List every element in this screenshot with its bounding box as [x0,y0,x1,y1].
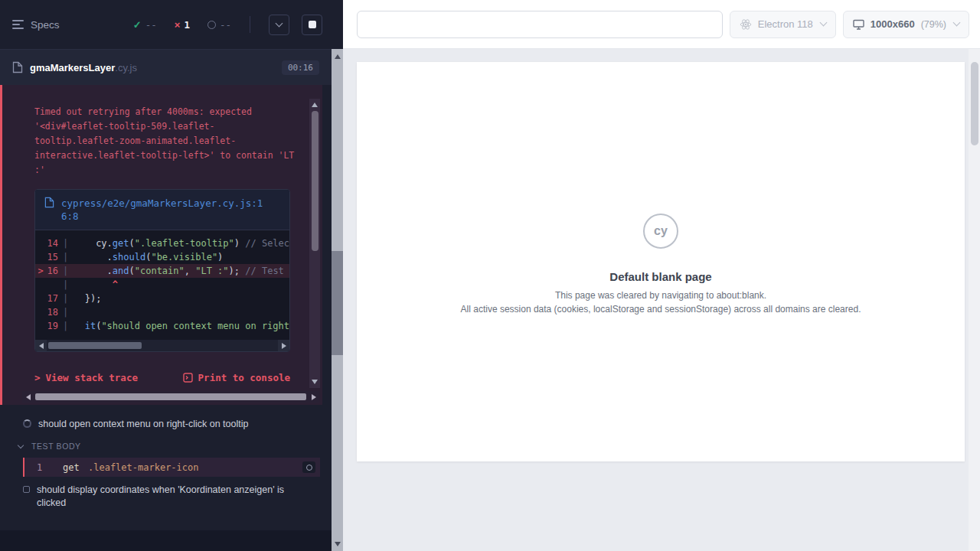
code-line: >16| .and("contain", "LT :"); // Test [35,264,289,278]
code-line: 15| .should("be.visible") [35,250,289,264]
scrollbar-thumb[interactable] [312,111,318,251]
blank-page-line1: This page was cleared by navigating to a… [357,290,965,301]
specs-menu-icon[interactable] [12,20,24,29]
check-icon: ✓ [133,19,142,31]
electron-icon [740,18,752,31]
scrollbar-thumb[interactable] [35,393,306,400]
test-title: should open context menu on right-click … [38,418,248,431]
scroll-down-button[interactable] [309,377,320,387]
reporter-header-corner [332,0,343,49]
scroll-right-button[interactable] [308,391,319,403]
code-block: 14| cy.get(".leaflet-tooltip") // Select… [35,230,289,334]
scrollbar-thumb[interactable] [971,62,978,145]
spinner-icon [306,465,312,471]
scrollbar-thumb[interactable] [48,342,142,349]
spec-title: gmaMarkersLayer.cy.js [30,62,275,73]
view-stack-trace-button[interactable]: > View stack trace [34,372,138,383]
reporter-header: Specs ✓ -- × 1 -- [0,0,332,49]
command-message: .leaflet-marker-icon [88,462,302,473]
blank-page-title: Default blank page [357,270,965,283]
command-spinner-badge [302,461,315,473]
stop-icon [309,21,316,28]
code-line: 17| }); [35,292,289,305]
square-icon [23,486,30,493]
command-number: 1 [37,462,63,473]
chevron-down-icon [819,19,827,27]
aut-scrollbar[interactable] [969,49,980,551]
error-scrollbar-horizontal[interactable] [22,391,319,403]
browser-label: Electron 118 [758,18,813,30]
x-icon: × [175,19,181,31]
code-line: | ^ [35,278,289,292]
scroll-left-button[interactable] [22,391,34,403]
chevron-down-icon [953,19,961,27]
file-icon [44,197,54,208]
specs-title[interactable]: Specs [31,19,60,31]
aut-frame: cy Default blank page This page was clea… [357,62,965,461]
code-scrollbar-horizontal[interactable] [35,340,289,351]
chevron-down-icon [276,19,283,27]
command-row[interactable]: 1 get .leaflet-marker-icon [23,458,320,477]
test-title: should display coordinates when 'Koordin… [37,484,301,510]
terminal-icon [183,373,193,383]
viewport-select[interactable]: 1000x660 (79%) [843,11,969,38]
scroll-left-button[interactable] [35,340,47,351]
error-actions: > View stack trace Print to console [34,372,290,383]
print-to-console-button[interactable]: Print to console [183,372,290,383]
code-line: 18| [35,305,289,319]
stats-pending: -- [207,19,231,31]
failed-test-section: Timed out retrying after 4000ms: expecte… [0,85,322,405]
spec-row[interactable]: gmaMarkersLayer.cy.js 00:16 [0,49,332,85]
browser-select[interactable]: Electron 118 [730,11,836,38]
viewport-scale: (79%) [921,19,946,30]
test-list: should open context menu on right-click … [0,405,332,530]
stats-passed-count: -- [145,19,157,31]
scrollbar-thumb[interactable] [332,251,343,355]
spec-ext: .cy.js [115,62,137,73]
spec-duration: 00:16 [282,60,319,75]
document-icon [12,61,23,73]
chevron-down-icon [18,442,24,448]
stop-button[interactable] [302,15,322,35]
blank-page-message: cy Default blank page This page was clea… [357,214,965,315]
scroll-up-button[interactable] [332,51,343,62]
scroll-right-button[interactable] [278,340,289,351]
reporter-footer [0,530,332,551]
stats-failed-count: 1 [184,19,190,31]
error-message: Timed out retrying after 4000ms: expecte… [34,105,299,178]
chevron-right-icon: > [34,372,41,383]
aut-main: cy Default blank page This page was clea… [343,49,980,551]
test-body-label: TEST BODY [31,442,81,451]
code-line: 19| it("should open context menu on righ… [35,319,289,333]
spinner-icon [23,419,31,428]
stats-passed: ✓ -- [133,19,157,31]
scroll-down-button[interactable] [332,538,343,549]
blank-page-line2: All active session data (cookies, localS… [357,304,965,315]
clock-icon [207,21,216,29]
aut-header: Electron 118 1000x660 (79%) [343,0,980,49]
url-input[interactable] [357,11,723,38]
reporter-scrollbar[interactable] [332,49,343,551]
test-body-toggle[interactable]: TEST BODY [0,436,332,456]
spec-name: gmaMarkersLayer [30,62,115,73]
monitor-icon [853,19,864,30]
code-frame-file-link[interactable]: cypress/e2e/gmaMarkersLayer.cy.js:16:8 [35,190,289,230]
reporter-panel: Specs ✓ -- × 1 -- gmaMarkersLayer.cy.js … [0,0,332,551]
viewport-size: 1000x660 [871,18,915,30]
error-scrollbar-vertical[interactable] [309,99,320,388]
cy-logo: cy [643,214,678,249]
stats-pending-count: -- [220,19,231,31]
code-frame: cypress/e2e/gmaMarkersLayer.cy.js:16:8 1… [34,189,290,352]
stats-failed: × 1 [175,19,190,31]
command-name: get [63,462,88,473]
aut-panel: Electron 118 1000x660 (79%) cy Default b… [343,0,980,551]
test-queued[interactable]: should display coordinates when 'Koordin… [0,478,332,515]
test-running[interactable]: should open context menu on right-click … [0,412,332,436]
collapse-runs-button[interactable] [269,15,289,35]
scroll-up-button[interactable] [309,99,320,110]
file-link-text: cypress/e2e/gmaMarkersLayer.cy.js:16:8 [61,197,266,223]
header-divider [250,16,250,33]
code-line: 14| cy.get(".leaflet-tooltip") // Select… [35,236,289,250]
